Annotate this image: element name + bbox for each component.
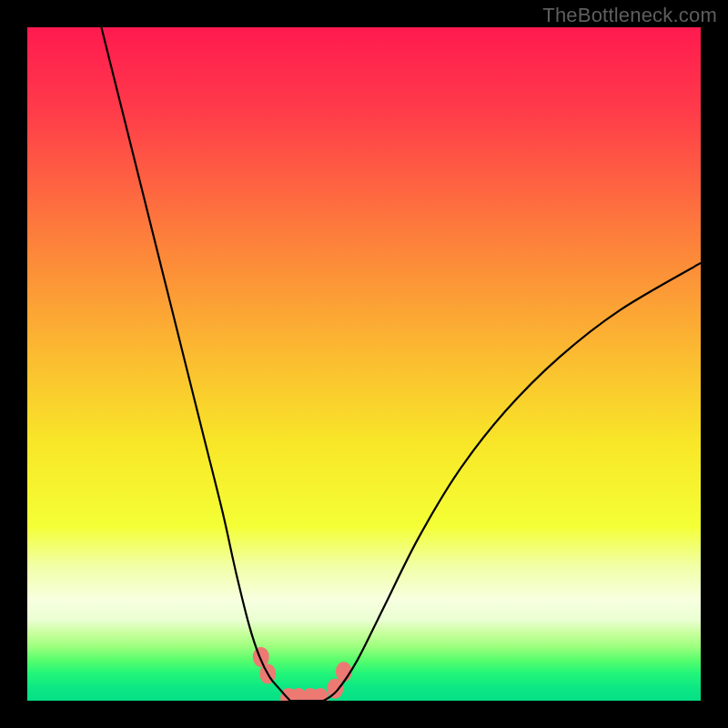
plot-area	[27, 27, 701, 701]
valley-marker	[327, 679, 343, 699]
left-curve	[101, 27, 289, 701]
right-curve	[324, 263, 701, 701]
attribution-label: TheBottleneck.com	[542, 4, 717, 27]
curve-layer	[27, 27, 701, 701]
chart-frame: TheBottleneck.com	[0, 0, 728, 728]
